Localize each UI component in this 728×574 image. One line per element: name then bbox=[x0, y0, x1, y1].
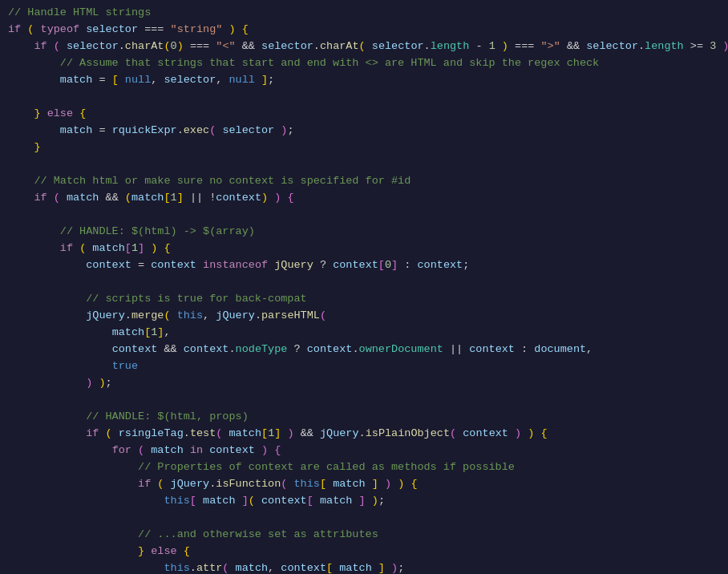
code-line-6 bbox=[0, 89, 728, 106]
code-line-15: if ( match[1] ) { bbox=[0, 241, 728, 257]
code-line-9: } bbox=[0, 139, 728, 156]
code-line-23: ) ); bbox=[0, 375, 728, 392]
code-line-18: // scripts is true for back-compat bbox=[0, 291, 728, 308]
code-line-29: if ( jQuery.isFunction( this[ match ] ) … bbox=[0, 476, 728, 493]
code-line-7: } else { bbox=[0, 106, 728, 123]
code-line-14: // HANDLE: $(html) -> $(array) bbox=[0, 224, 728, 241]
code-line-5: match = [ null, selector, null ]; bbox=[0, 72, 728, 89]
code-line-16: context = context instanceof jQuery ? co… bbox=[0, 257, 728, 274]
code-line-31 bbox=[0, 510, 728, 527]
code-line-22: true bbox=[0, 358, 728, 375]
code-line-24 bbox=[0, 392, 728, 409]
code-line-17 bbox=[0, 274, 728, 291]
code-line-12: if ( match && (match[1] || !context) ) { bbox=[0, 190, 728, 207]
code-line-1: // Handle HTML strings bbox=[0, 5, 728, 22]
code-line-28: // Properties of context are called as m… bbox=[0, 459, 728, 476]
code-line-32: // ...and otherwise set as attributes bbox=[0, 527, 728, 544]
code-line-3: if ( selector.charAt(0) === "<" && selec… bbox=[0, 38, 728, 55]
code-line-33: } else { bbox=[0, 544, 728, 560]
code-line-19: jQuery.merge( this, jQuery.parseHTML( bbox=[0, 308, 728, 325]
code-line-10 bbox=[0, 156, 728, 173]
code-line-27: for ( match in context ) { bbox=[0, 443, 728, 459]
code-line-21: context && context.nodeType ? context.ow… bbox=[0, 342, 728, 358]
code-line-25: // HANDLE: $(html, props) bbox=[0, 409, 728, 426]
code-line-30: this[ match ]( context[ match ] ); bbox=[0, 493, 728, 510]
code-line-34: this.attr( match, context[ match ] ); bbox=[0, 560, 728, 574]
code-line-8: match = rquickExpr.exec( selector ); bbox=[0, 123, 728, 139]
code-line-4: // Assume that strings that start and en… bbox=[0, 55, 728, 72]
code-line-26: if ( rsingleTag.test( match[1] ) && jQue… bbox=[0, 426, 728, 443]
code-editor: // Handle HTML strings if ( typeof selec… bbox=[0, 0, 728, 574]
code-line-2: if ( typeof selector === "string" ) { bbox=[0, 22, 728, 38]
code-line-13 bbox=[0, 207, 728, 224]
code-line-20: match[1], bbox=[0, 325, 728, 342]
code-line-11: // Match html or make sure no context is… bbox=[0, 173, 728, 190]
